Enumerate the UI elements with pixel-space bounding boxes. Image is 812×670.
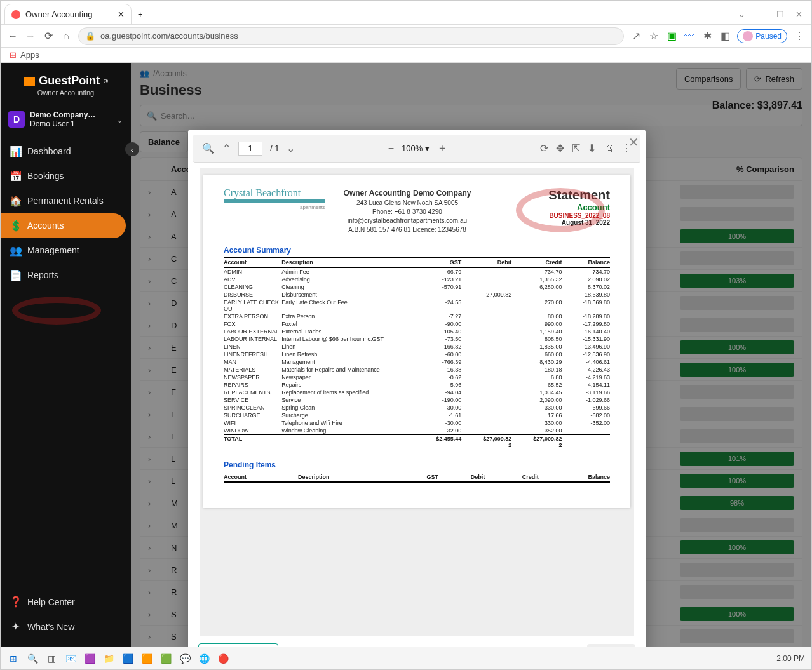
summary-total-row: TOTAL$2,455.44$27,009.822$27,009.822 xyxy=(224,434,610,449)
summary-heading: Account Summary xyxy=(224,246,610,255)
company-initial: D xyxy=(8,111,25,128)
col-account: Account xyxy=(224,257,281,267)
sidebar-nav: 📊Dashboard📅Bookings🏠Permanent Rentals💲Ac… xyxy=(1,139,131,288)
window-buttons: ⌄ — ☐ ✕ xyxy=(729,4,811,24)
summary-row: LABOUR EXTERNALExternal Trades-105.401,1… xyxy=(224,328,610,335)
profile-paused-chip[interactable]: Paused xyxy=(737,29,787,43)
company-switcher[interactable]: D Demo Company… Demo User 1 ⌄ xyxy=(1,105,131,134)
summary-row: FOXFoxtel-90.00990.00-17,299.80 xyxy=(224,320,610,328)
whats-new-link[interactable]: ✦ What's New xyxy=(1,614,131,639)
sparkle-icon: ✦ xyxy=(10,620,21,633)
tab-close-icon[interactable]: ✕ xyxy=(118,10,125,19)
col-credit: Credit xyxy=(511,257,562,267)
pdf-print-icon[interactable]: 🖨 xyxy=(604,143,614,154)
extension-icon-1[interactable]: ▣ xyxy=(666,30,677,42)
window-close-button[interactable]: ✕ xyxy=(795,10,802,19)
sidebar-item-bookings[interactable]: 📅Bookings xyxy=(1,164,131,189)
extensions-icon[interactable]: ✱ xyxy=(701,30,713,42)
panel-icon[interactable]: ◧ xyxy=(719,30,731,42)
app-icon[interactable]: 🌐 xyxy=(198,652,210,665)
summary-row: SPRINGCLEANSpring Clean-30.00330.00-699.… xyxy=(224,404,610,412)
browser-tab[interactable]: Owner Accounting ✕ xyxy=(4,4,132,24)
company-user: Demo User 1 xyxy=(30,119,95,128)
taskbar: ⊞ 🔍 ▥ 📧 🟪 📁 🟦 🟧 🟩 💬 🌐 🔴 2:00 PM xyxy=(1,647,811,669)
chevron-down-icon[interactable]: ⌄ xyxy=(738,10,745,19)
summary-row: EARLY LATE CHECK OUEarly Late Check Out … xyxy=(224,298,610,312)
sidebar-item-dashboard[interactable]: 📊Dashboard xyxy=(1,139,131,164)
pdf-zoom-out-icon[interactable]: − xyxy=(388,143,394,154)
new-tab-button[interactable]: + xyxy=(138,10,143,19)
modal-close-button[interactable]: ✕ xyxy=(628,135,639,150)
help-center-link[interactable]: ❓ Help Center xyxy=(1,589,131,614)
search-icon[interactable]: 🔍 xyxy=(26,652,39,665)
kebab-menu-icon[interactable]: ⋮ xyxy=(794,30,805,42)
pdf-page-input[interactable] xyxy=(238,142,262,156)
app-body: GuestPoint® Owner Accounting D Demo Comp… xyxy=(1,63,811,647)
app-icon[interactable]: 🟩 xyxy=(159,652,172,665)
star-icon[interactable]: ☆ xyxy=(648,30,660,42)
col-debit: Debit xyxy=(461,257,511,267)
forward-button[interactable]: → xyxy=(25,30,36,42)
pdf-download-icon[interactable]: ⬇ xyxy=(588,142,596,154)
pdf-open-icon[interactable]: ⇱ xyxy=(572,142,580,154)
extension-icon-2[interactable]: 〰 xyxy=(684,30,695,42)
taskview-icon[interactable]: ▥ xyxy=(45,652,58,665)
reload-button[interactable]: ⟳ xyxy=(43,30,54,42)
sidebar-item-management[interactable]: 👥Management xyxy=(1,238,131,263)
nav-label: Dashboard xyxy=(27,146,71,156)
favicon xyxy=(11,10,20,19)
app-icon[interactable]: 🔴 xyxy=(217,652,229,665)
nav-icon: 📊 xyxy=(10,145,21,157)
lock-icon: 🔒 xyxy=(85,31,95,41)
company-name: Demo Company… xyxy=(30,111,95,119)
sidebar-item-accounts[interactable]: 💲Accounts xyxy=(1,213,126,238)
summary-row: NEWSPAPERNewspaper-0.626.80-4,219.63 xyxy=(224,373,610,381)
col-balance: Balance xyxy=(562,257,610,267)
pdf-search-icon[interactable]: 🔍 xyxy=(202,142,215,154)
pdf-pan-icon[interactable]: ✥ xyxy=(556,142,564,154)
nav-label: Permanent Rentals xyxy=(27,196,104,206)
home-button[interactable]: ⌂ xyxy=(60,30,72,42)
window: Owner Accounting ✕ + ⌄ — ☐ ✕ ← → ⟳ ⌂ 🔒 o… xyxy=(0,0,812,670)
maximize-button[interactable]: ☐ xyxy=(776,10,784,19)
apps-icon[interactable]: ⊞ xyxy=(10,50,17,60)
url-field[interactable]: 🔒 oa.guestpoint.com/accounts/business xyxy=(78,27,624,45)
summary-row: WIFITelephone and Wifi Hire-30.00330.00-… xyxy=(224,419,610,427)
pdf-next-page-icon[interactable]: ⌄ xyxy=(287,142,295,154)
app-icon[interactable]: 🟦 xyxy=(121,652,134,665)
modal-footer: ✉ Send Email Close xyxy=(188,636,646,647)
nav-icon: 🏠 xyxy=(10,195,21,207)
app-icon[interactable]: 📁 xyxy=(102,652,115,665)
summary-row: ADMINAdmin Fee-66.79734.70734.70 xyxy=(224,267,610,276)
back-button[interactable]: ← xyxy=(7,30,18,42)
apps-label[interactable]: Apps xyxy=(20,50,39,60)
sidebar-item-reports[interactable]: 📄Reports xyxy=(1,263,131,288)
nav-label: Accounts xyxy=(27,220,64,231)
collapse-sidebar-button[interactable]: ‹ xyxy=(125,142,139,156)
summary-row: MATERIALSMaterials for Repairs and Maint… xyxy=(224,366,610,373)
summary-table: AccountDescriptionGSTDebitCreditBalance … xyxy=(224,257,610,449)
pdf-zoom-level[interactable]: 100% ▾ xyxy=(402,144,430,153)
summary-row: EXTRA PERSONExtra Person-7.2780.00-18,28… xyxy=(224,312,610,320)
app-icon[interactable]: 🟧 xyxy=(140,652,153,665)
nav-icon: 📄 xyxy=(10,269,21,281)
nav-label: Management xyxy=(27,245,79,255)
statement-document: Crystal Beachfront apartments Owner Acco… xyxy=(203,175,630,508)
share-icon[interactable]: ↗ xyxy=(630,30,642,42)
taskbar-clock[interactable]: 2:00 PM xyxy=(776,654,805,663)
close-button[interactable]: Close xyxy=(587,644,635,647)
app-icon[interactable]: 💬 xyxy=(179,652,191,665)
pdf-page-total: / 1 xyxy=(270,144,279,153)
start-button[interactable]: ⊞ xyxy=(7,652,20,665)
app-icon[interactable]: 🟪 xyxy=(83,652,96,665)
sidebar: GuestPoint® Owner Accounting D Demo Comp… xyxy=(1,63,131,647)
app-icon[interactable]: 📧 xyxy=(64,652,77,665)
pdf-viewport[interactable]: Crystal Beachfront apartments Owner Acco… xyxy=(200,168,634,636)
summary-row: SURCHARGESurcharge-1.6117.66-682.00 xyxy=(224,412,610,419)
pdf-rotate-icon[interactable]: ⟳ xyxy=(540,142,548,154)
minimize-button[interactable]: — xyxy=(757,10,765,19)
send-email-button[interactable]: ✉ Send Email xyxy=(198,643,278,647)
pdf-prev-page-icon[interactable]: ⌃ xyxy=(222,142,231,154)
pdf-zoom-in-icon[interactable]: ＋ xyxy=(437,142,447,155)
sidebar-item-permanent-rentals[interactable]: 🏠Permanent Rentals xyxy=(1,189,131,213)
